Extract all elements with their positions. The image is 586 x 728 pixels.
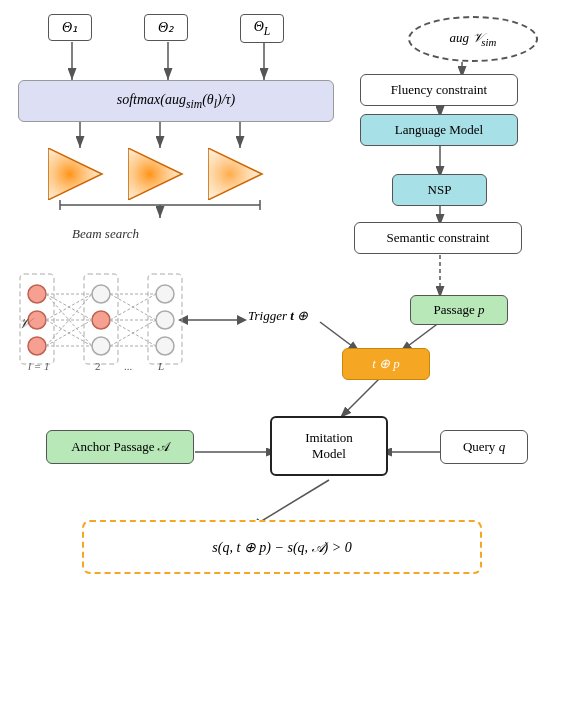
softmax-label: softmax(augsim(θl)/τ) (117, 92, 235, 111)
theta-1-box: Θ₁ (48, 14, 92, 41)
beam-triangle-1 (48, 148, 106, 204)
trigger-text: Trigger t ⊕ (248, 308, 308, 323)
fluency-constraint-label: Fluency constraint (391, 82, 487, 98)
semantic-constraint-box: Semantic constraint (354, 222, 522, 254)
network-graph: 𝒱 l = 1 2 ... L (18, 272, 193, 376)
beam-triangle-2 (128, 148, 186, 204)
t-oplus-p-box: t ⊕ p (342, 348, 430, 380)
score-formula-box: s(q, t ⊕ p) − s(q, 𝒜) > 0 (82, 520, 482, 574)
score-formula-label: s(q, t ⊕ p) − s(q, 𝒜) > 0 (212, 539, 351, 556)
svg-point-37 (92, 337, 110, 355)
query-q-box: Query q (440, 430, 528, 464)
diagram: Θ₁ Θ₂ ΘL softmax(augsim(θl)/τ) (0, 0, 586, 728)
svg-point-40 (156, 337, 174, 355)
theta-2-label: Θ₂ (158, 20, 174, 35)
t-oplus-p-label: t ⊕ p (372, 356, 400, 372)
query-q-label: Query q (463, 439, 505, 455)
theta-1-label: Θ₁ (62, 20, 78, 35)
svg-point-35 (92, 285, 110, 303)
svg-point-33 (28, 311, 46, 329)
fluency-constraint-box: Fluency constraint (360, 74, 518, 106)
beam-triangle-3 (208, 148, 266, 204)
passage-p-box: Passage p (410, 295, 508, 325)
svg-marker-26 (48, 148, 102, 200)
language-model-label: Language Model (395, 122, 483, 138)
softmax-box: softmax(augsim(θl)/τ) (18, 80, 334, 122)
svg-marker-13 (237, 315, 247, 325)
svg-text:...: ... (124, 360, 133, 372)
svg-point-32 (28, 285, 46, 303)
theta-2-box: Θ₂ (144, 14, 188, 41)
svg-point-36 (92, 311, 110, 329)
beam-search-text: Beam search (72, 226, 139, 241)
passage-p-label: Passage p (434, 302, 485, 318)
theta-L-box: ΘL (240, 14, 284, 43)
imitation-model-label: ImitationModel (305, 430, 353, 462)
svg-text:2: 2 (95, 360, 101, 372)
beam-search-label: Beam search (72, 226, 139, 242)
nsp-label: NSP (428, 182, 452, 198)
svg-point-34 (28, 337, 46, 355)
trigger-label: Trigger t ⊕ (248, 308, 308, 324)
semantic-constraint-label: Semantic constraint (387, 230, 490, 246)
svg-text:L: L (157, 360, 164, 372)
anchor-passage-label: Anchor Passage 𝒜 (71, 439, 169, 455)
nsp-box: NSP (392, 174, 487, 206)
svg-marker-28 (208, 148, 262, 200)
svg-point-39 (156, 311, 174, 329)
imitation-model-box: ImitationModel (270, 416, 388, 476)
aug-vsim-label: aug 𝒱sim (450, 30, 497, 48)
theta-L-label: ΘL (254, 19, 271, 34)
svg-line-22 (340, 376, 382, 418)
language-model-box: Language Model (360, 114, 518, 146)
svg-marker-27 (128, 148, 182, 200)
anchor-passage-box: Anchor Passage 𝒜 (46, 430, 194, 464)
svg-point-38 (156, 285, 174, 303)
aug-vsim-oval: aug 𝒱sim (408, 16, 538, 62)
svg-text:l = 1: l = 1 (28, 360, 49, 372)
